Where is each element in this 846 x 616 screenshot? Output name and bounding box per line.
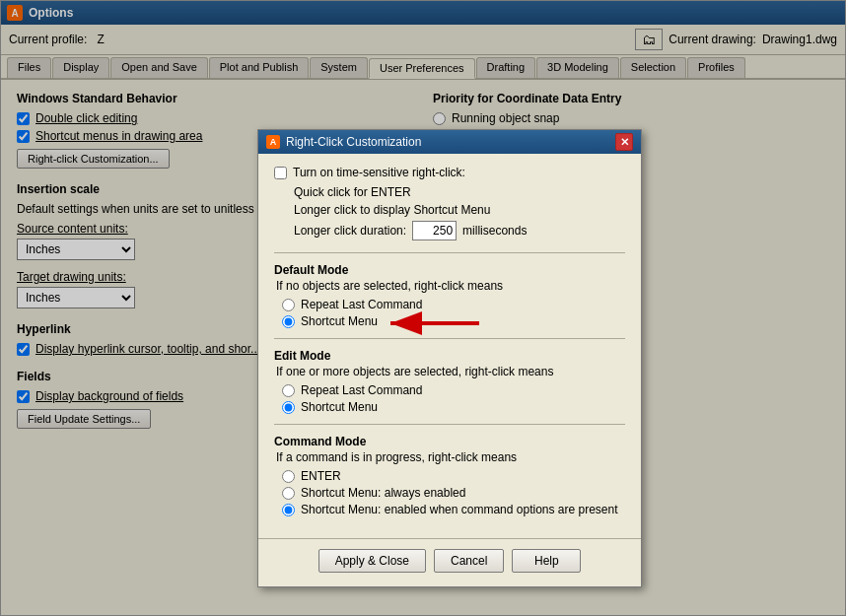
default-repeat-label: Repeat Last Command [301, 298, 422, 311]
dialog-title-bar: A Right-Click Customization ✕ [258, 130, 641, 154]
default-repeat-row: Repeat Last Command [274, 298, 625, 311]
dialog-app-icon: A [266, 135, 280, 149]
help-button[interactable]: Help [512, 549, 581, 573]
time-sensitive-label: Turn on time-sensitive right-click: [293, 166, 465, 179]
default-repeat-radio[interactable] [282, 299, 295, 311]
edit-repeat-radio[interactable] [282, 384, 295, 397]
divider-1 [274, 252, 625, 253]
command-mode-section: Command Mode If a command is in progress… [274, 435, 625, 516]
dialog-footer: Apply & Close Cancel Help [258, 538, 641, 586]
dialog-title: Right-Click Customization [286, 135, 609, 149]
quick-click-text: Quick click for ENTER [294, 185, 411, 199]
command-enter-radio[interactable] [282, 470, 295, 483]
cancel-button[interactable]: Cancel [434, 549, 504, 573]
edit-shortcut-radio[interactable] [282, 401, 295, 414]
default-shortcut-label: Shortcut Menu [301, 314, 378, 328]
dialog-body: Turn on time-sensitive right-click: Quic… [258, 154, 641, 538]
right-click-customization-dialog: A Right-Click Customization ✕ Turn on ti… [257, 129, 642, 587]
duration-label: Longer click duration: [294, 224, 406, 238]
command-when-row: Shortcut Menu: enabled when command opti… [274, 503, 625, 516]
duration-row: Longer click duration: 250 milliseconds [274, 221, 625, 240]
time-sensitive-row: Turn on time-sensitive right-click: [274, 166, 625, 179]
duration-input[interactable]: 250 [412, 221, 457, 240]
command-always-row: Shortcut Menu: always enabled [274, 486, 625, 500]
command-always-label: Shortcut Menu: always enabled [301, 486, 465, 500]
main-window: A Options Current profile: Z 🗂 Current d… [0, 0, 846, 616]
dialog-close-button[interactable]: ✕ [615, 133, 633, 151]
duration-unit: milliseconds [462, 224, 527, 238]
edit-repeat-label: Repeat Last Command [301, 383, 422, 397]
edit-repeat-row: Repeat Last Command [274, 383, 625, 397]
default-shortcut-radio[interactable] [282, 315, 295, 328]
divider-2 [274, 338, 625, 339]
command-always-radio[interactable] [282, 487, 295, 500]
command-when-radio[interactable] [282, 504, 295, 516]
default-mode-desc: If no objects are selected, right-click … [274, 279, 625, 293]
longer-click-row: Longer click to display Shortcut Menu [274, 203, 625, 217]
quick-click-row: Quick click for ENTER [274, 185, 625, 199]
command-when-label: Shortcut Menu: enabled when command opti… [301, 503, 618, 516]
longer-click-text: Longer click to display Shortcut Menu [294, 203, 490, 217]
command-mode-title: Command Mode [274, 435, 625, 448]
default-mode-section: Default Mode If no objects are selected,… [274, 263, 625, 328]
divider-3 [274, 424, 625, 425]
edit-shortcut-row: Shortcut Menu [274, 400, 625, 414]
command-mode-desc: If a command is in progress, right-click… [274, 450, 625, 464]
apply-close-button[interactable]: Apply & Close [318, 549, 426, 573]
time-sensitive-checkbox[interactable] [274, 167, 287, 179]
edit-shortcut-label: Shortcut Menu [301, 400, 378, 414]
command-enter-row: ENTER [274, 469, 625, 483]
command-enter-label: ENTER [301, 469, 341, 483]
default-shortcut-row: Shortcut Menu [274, 314, 625, 328]
default-mode-title: Default Mode [274, 263, 625, 277]
edit-mode-title: Edit Mode [274, 349, 625, 363]
edit-mode-section: Edit Mode If one or more objects are sel… [274, 349, 625, 414]
edit-mode-desc: If one or more objects are selected, rig… [274, 365, 625, 378]
